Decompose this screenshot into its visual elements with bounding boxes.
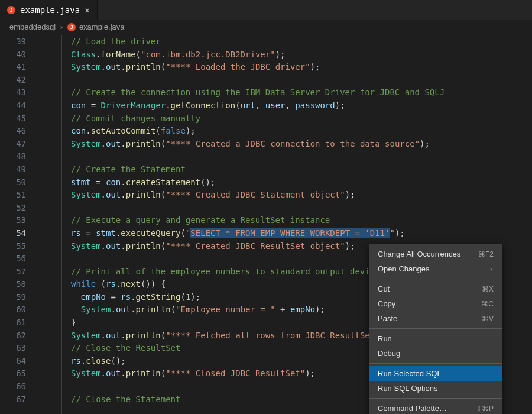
- menu-item-label: Command Palette…: [378, 404, 447, 413]
- code-line[interactable]: System.out.println("**** Created JDBC St…: [71, 189, 532, 202]
- token: empNo: [81, 292, 106, 302]
- token: DriverManager: [101, 101, 166, 110]
- token: =: [81, 228, 96, 238]
- token: .: [101, 241, 106, 251]
- token: (: [180, 228, 185, 238]
- token: .: [131, 305, 135, 314]
- code-line[interactable]: Class.forName("com.ibm.db2.jcc.DB2Driver…: [71, 48, 532, 62]
- token: executeQuery: [121, 228, 180, 238]
- token: "com.ibm.db2.jcc.DB2Driver": [141, 50, 275, 59]
- code-line[interactable]: // Execute a query and generate a Result…: [71, 214, 532, 227]
- breadcrumb-folder[interactable]: embeddedsql: [9, 22, 56, 31]
- line-number: 41: [0, 61, 26, 74]
- menu-item-label: Copy: [378, 299, 395, 308]
- menu-item-run[interactable]: Run: [369, 331, 502, 346]
- java-file-icon: J: [67, 23, 76, 31]
- token: "Employee number = ": [176, 305, 275, 314]
- chevron-right-icon: ›: [59, 22, 64, 31]
- token: (: [161, 331, 166, 340]
- code-line[interactable]: System.out.println("**** Loaded the JDBC…: [71, 61, 532, 74]
- code-line[interactable]: con = DriverManager.getConnection(url, u…: [71, 99, 532, 112]
- code-line[interactable]: System.out.println("**** Created a JDBC …: [71, 138, 532, 151]
- menu-item-debug[interactable]: Debug: [369, 346, 502, 361]
- menu-item-label: Paste: [378, 314, 397, 323]
- token: out: [116, 305, 131, 314]
- menu-item-change-all-occurrences[interactable]: Change All Occurrences⌘F2: [369, 247, 502, 261]
- menu-item-paste[interactable]: Paste⌘V: [369, 311, 502, 326]
- token: );: [275, 50, 286, 59]
- line-number: 63: [0, 342, 26, 355]
- line-number: 40: [0, 48, 26, 62]
- menu-item-command-palette[interactable]: Command Palette…⇧⌘P: [369, 401, 502, 414]
- java-file-icon: J: [7, 6, 15, 14]
- token: ,: [286, 101, 296, 110]
- line-number: 61: [0, 316, 26, 329]
- token: (: [96, 279, 106, 289]
- menu-item-label: Open Changes: [378, 264, 429, 273]
- token: .: [101, 62, 106, 72]
- close-icon[interactable]: ✕: [85, 5, 89, 15]
- token: createStatement: [126, 177, 200, 187]
- token: url: [241, 101, 255, 110]
- code-line[interactable]: // Commit changes manually: [71, 112, 532, 125]
- token: System: [71, 62, 101, 72]
- token: con: [71, 101, 86, 110]
- token: +: [275, 305, 290, 314]
- token: (: [136, 50, 141, 59]
- line-number: 57: [0, 266, 26, 279]
- code-line[interactable]: con.setAutoCommit(false);: [71, 125, 532, 138]
- token: next: [121, 279, 141, 289]
- token: ": [390, 228, 395, 238]
- token: while: [71, 279, 96, 289]
- code-line[interactable]: // Load the driver: [71, 35, 532, 48]
- token: }: [71, 318, 76, 327]
- token: getString: [136, 292, 181, 302]
- menu-separator: [369, 363, 502, 364]
- line-number: 43: [0, 86, 26, 99]
- token: out: [106, 139, 121, 148]
- token: System: [71, 331, 101, 340]
- line-number: 51: [0, 189, 26, 202]
- menu-item-cut[interactable]: Cut⌘X: [369, 282, 502, 296]
- line-number: 50: [0, 176, 26, 189]
- token: out: [106, 190, 121, 199]
- line-number: 39: [0, 35, 26, 48]
- code-line[interactable]: [71, 202, 532, 215]
- token: );: [345, 190, 355, 199]
- line-number: 48: [0, 150, 26, 163]
- menu-item-copy[interactable]: Copy⌘C: [369, 296, 502, 311]
- token: (: [235, 101, 240, 110]
- token: (: [161, 368, 166, 378]
- code-line[interactable]: stmt = con.createStatement();: [71, 176, 532, 189]
- menu-item-shortcut: ⇧⌘P: [476, 405, 494, 413]
- token: println: [126, 190, 161, 199]
- token: (: [161, 62, 166, 72]
- chevron-right-icon: ›: [489, 264, 494, 273]
- menu-item-run-sql-options[interactable]: Run SQL Options: [369, 381, 502, 396]
- file-tab[interactable]: J example.java ✕: [0, 0, 98, 20]
- token: out: [106, 331, 121, 340]
- token: password: [295, 101, 335, 110]
- token: // Commit changes manually: [71, 114, 200, 123]
- code-line[interactable]: rs = stmt.executeQuery("SELECT * FROM EM…: [71, 227, 532, 240]
- line-number: 58: [0, 278, 26, 291]
- line-number: 60: [0, 303, 26, 316]
- token: stmt: [71, 177, 91, 187]
- code-line[interactable]: // Create the connection using the IBM D…: [71, 86, 532, 99]
- line-number: 53: [0, 214, 26, 227]
- context-menu: Change All Occurrences⌘F2Open Changes›Cu…: [369, 244, 502, 414]
- breadcrumb-file[interactable]: example.java: [79, 22, 125, 31]
- token: .: [121, 177, 125, 187]
- menu-item-run-selected-sql[interactable]: Run Selected SQL: [369, 366, 502, 381]
- code-line[interactable]: // Create the Statement: [71, 163, 532, 176]
- token: ,: [255, 101, 265, 110]
- token: System: [71, 139, 101, 148]
- code-line[interactable]: [71, 150, 532, 163]
- token: );: [315, 305, 325, 314]
- menu-item-label: Run Selected SQL: [378, 369, 442, 378]
- menu-item-open-changes[interactable]: Open Changes›: [369, 261, 502, 276]
- token: // Load the driver: [71, 37, 161, 46]
- breadcrumb[interactable]: embeddedsql › J example.java: [0, 20, 532, 34]
- token: (: [155, 126, 160, 135]
- code-line[interactable]: [71, 74, 532, 87]
